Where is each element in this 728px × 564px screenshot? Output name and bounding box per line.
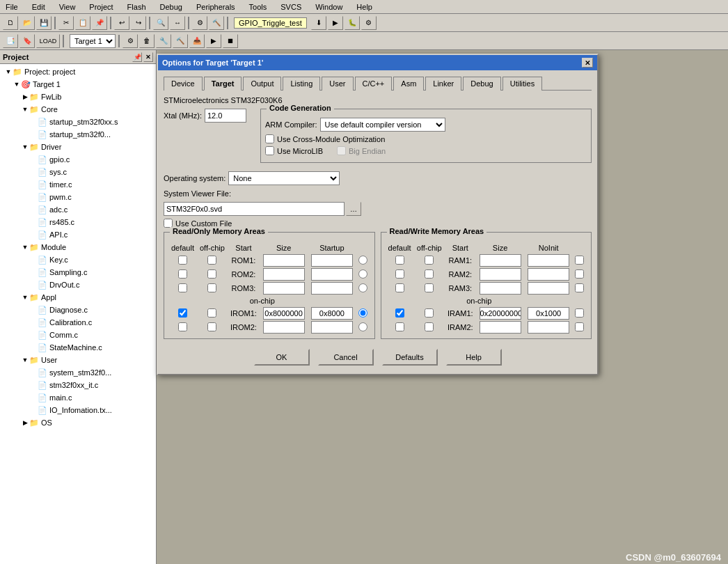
tree-module[interactable]: ▼ 📁 Module [1,241,155,253]
svd-browse-btn[interactable]: … [346,202,361,216]
tab-utilities[interactable]: Utilities [503,77,542,91]
tree-startup2[interactable]: 📄 startup_stm32f0... [1,128,155,141]
tree-gpio[interactable]: 📄 gpio.c [1,153,155,166]
tree-calibration[interactable]: 📄 Calibration.c [1,316,155,329]
help-button[interactable]: Help [446,349,502,366]
irom2-start[interactable] [263,321,305,334]
irom1-startup[interactable] [358,308,367,318]
rom3-startup[interactable] [358,283,367,292]
menu-edit[interactable]: Edit [29,1,48,13]
tab-listing[interactable]: Listing [283,77,320,91]
rom1-default[interactable] [178,256,187,265]
irom2-offchip[interactable] [207,322,216,331]
tree-adc[interactable]: 📄 adc.c [1,203,155,216]
iram1-size[interactable] [528,307,569,320]
ram3-noinit[interactable] [575,283,584,292]
tab-output[interactable]: Output [243,77,281,91]
rom2-default[interactable] [178,269,187,279]
menu-flash[interactable]: Flash [125,1,149,13]
tree-api[interactable]: 📄 API.c [1,228,155,241]
tree-target1[interactable]: ▼ 🎯 Target 1 [1,78,155,91]
tree-diagnose[interactable]: 📄 Diagnose.c [1,304,155,316]
menu-file[interactable]: File [3,1,21,13]
iram2-start[interactable] [480,321,521,334]
ram3-default[interactable] [395,283,404,292]
defaults-button[interactable]: Defaults [382,349,438,366]
cut-btn[interactable]: ✂ [58,16,74,30]
svd-input[interactable] [164,202,345,216]
rom2-start[interactable] [263,268,305,281]
download-btn[interactable]: ⬇ [311,16,326,30]
download2-btn[interactable]: 📥 [189,34,205,48]
tree-main[interactable]: 📄 main.c [1,391,155,404]
dialog-close-button[interactable]: ✕ [582,58,593,68]
tree-system[interactable]: 📄 system_stm32f0... [1,366,155,379]
menu-debug[interactable]: Debug [157,1,185,13]
tree-driver[interactable]: ▼ 📁 Driver [1,141,155,153]
cancel-button[interactable]: Cancel [318,349,374,366]
tree-stm32f0xx-it[interactable]: 📄 stm32f0xx_it.c [1,379,155,391]
rom2-offchip[interactable] [207,269,216,279]
ram2-default[interactable] [395,269,404,279]
irom1-default[interactable] [178,308,187,318]
tree-comm[interactable]: 📄 Comm.c [1,329,155,341]
ram3-size[interactable] [528,282,569,295]
rom1-offchip[interactable] [207,256,216,265]
ram2-offchip[interactable] [425,269,434,279]
tree-sys[interactable]: 📄 sys.c [1,166,155,178]
tree-os[interactable]: ▶ 📁 OS [1,416,155,429]
tree-pwm[interactable]: 📄 pwm.c [1,191,155,203]
bookmark-btn[interactable]: 📑 [3,34,18,48]
tree-fwlib[interactable]: ▶ 📁 FwLib [1,91,155,103]
arm-compiler-select[interactable]: Use default compiler version [320,118,445,132]
ram2-size[interactable] [528,268,569,281]
iram1-start[interactable] [480,307,521,320]
ram2-noinit[interactable] [575,269,584,279]
tab-device[interactable]: Device [164,77,203,91]
rom3-start[interactable] [263,282,305,295]
tree-statemachine[interactable]: 📄 StateMachine.c [1,341,155,354]
tab-linker[interactable]: Linker [425,77,461,91]
ram1-start[interactable] [480,254,521,267]
paste-btn[interactable]: 📌 [92,16,107,30]
rom2-size[interactable] [311,268,353,281]
save-btn[interactable]: 💾 [36,16,52,30]
tab-user[interactable]: User [322,77,353,91]
xtal-input[interactable] [205,109,246,123]
redo-btn[interactable]: ↪ [131,16,146,30]
menu-view[interactable]: View [56,1,79,13]
bookmark2-btn[interactable]: 🔖 [19,34,35,48]
run-btn[interactable]: ▶ [328,16,343,30]
tree-startup1[interactable]: 📄 startup_stm32f0xx.s [1,116,155,128]
tree-user[interactable]: ▼ 📁 User [1,354,155,366]
menu-tools[interactable]: Tools [246,1,270,13]
tree-core[interactable]: ▼ 📁 Core [1,103,155,116]
tree-appl[interactable]: ▼ 📁 Appl [1,291,155,304]
clean-btn[interactable]: 🗑 [139,34,155,48]
rom3-default[interactable] [178,283,187,292]
build-btn[interactable]: ⚙ [192,16,207,30]
iram1-offchip[interactable] [425,308,434,318]
find-btn[interactable]: 🔍 [153,16,168,30]
ram3-start[interactable] [480,282,521,295]
menu-project[interactable]: Project [86,1,116,13]
target-select[interactable]: Target 1 [70,34,116,48]
ok-button[interactable]: OK [254,349,310,366]
rom1-start[interactable] [263,254,305,267]
irom1-size[interactable] [311,307,353,320]
tree-project-root[interactable]: ▼ 📁 Project: project [1,65,155,78]
rebuild-btn[interactable]: 🔨 [209,16,224,30]
undo-btn[interactable]: ↩ [114,16,129,30]
tree-drvout[interactable]: 📄 DrvOut.c [1,279,155,291]
irom2-size[interactable] [311,321,353,334]
tab-asm[interactable]: Asm [393,77,424,91]
rom3-offchip[interactable] [207,283,216,292]
ram1-offchip[interactable] [425,256,434,265]
tab-target[interactable]: Target [204,77,242,91]
tree-key[interactable]: 📄 Key.c [1,253,155,266]
microlib-check[interactable] [265,146,274,155]
panel-pin-btn[interactable]: 📌 [132,52,142,62]
menu-help[interactable]: Help [354,1,375,13]
settings-btn[interactable]: ⚙ [361,16,377,30]
irom2-startup[interactable] [358,322,367,331]
